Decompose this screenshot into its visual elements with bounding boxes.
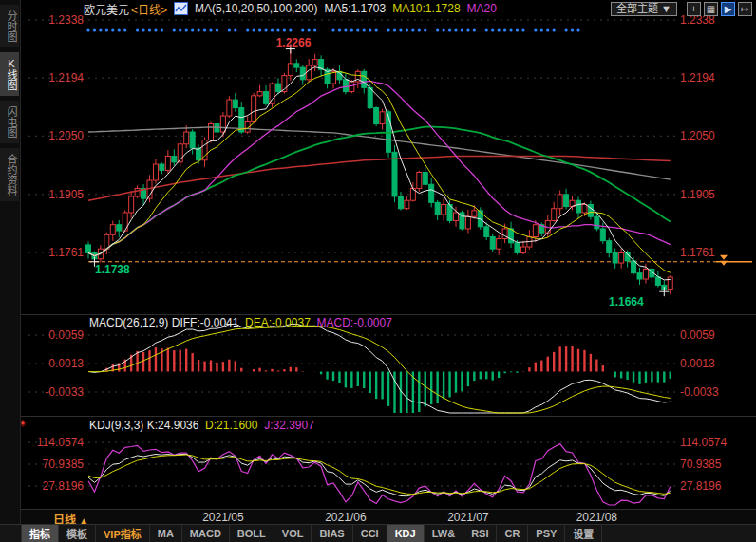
price-axis-label: 1.2194: [680, 71, 715, 84]
toolbar-tab-CR[interactable]: CR: [497, 525, 528, 542]
toolbar-tab-设置[interactable]: 设置: [565, 525, 602, 542]
date-label: 2021/05: [195, 511, 252, 524]
date-label: 2021/08: [568, 511, 625, 524]
toolbar-tab-VIP指标[interactable]: VIP指标: [96, 525, 150, 542]
chevron-down-icon: ▼: [661, 3, 671, 14]
toolbar-tab-指标[interactable]: 指标: [21, 525, 59, 542]
indicator-toolbar: 指标模板VIP指标MAMACDBOLLVOLBIASCCIKDJLW&RSICR…: [0, 524, 756, 542]
toolbar-tab-LW&[interactable]: LW&: [425, 525, 463, 542]
date-label: 2021/06: [317, 511, 374, 524]
price-axis-label: 1.1905: [680, 188, 715, 201]
kdj-panel-header: KDJ(9,3,3) K:24.9036 D:21.1600 J:32.3907: [89, 419, 314, 432]
toolbar-tab-CCI[interactable]: CCI: [353, 525, 387, 542]
toolbar-tab-KDJ[interactable]: KDJ: [387, 525, 425, 542]
theme-dropdown-label: 全部主题: [616, 3, 658, 14]
macd-dea-value: DEA:-0.0037: [245, 316, 311, 329]
axis-scale-icon[interactable]: ▦: [704, 2, 718, 16]
macd-axis-label: 0.0013: [680, 357, 715, 370]
macd-macd-value: MACD:-0.0007: [316, 316, 391, 329]
kdj-title: KDJ(9,3,3): [89, 419, 143, 432]
kdj-axis-label: 114.0574: [23, 436, 84, 449]
toolbar-tab-PSY[interactable]: PSY: [528, 525, 565, 542]
support-price-annotation: 1.1738: [95, 263, 130, 276]
toolbar-tab-RSI[interactable]: RSI: [463, 525, 497, 542]
macd-axis-label: 0.0059: [680, 328, 715, 342]
sidebar: 分时图K线图闪电图合约资料: [0, 0, 21, 542]
price-axis-label: 1.1761: [680, 246, 715, 259]
ma10-value: MA10:1.1728: [392, 2, 460, 15]
date-label: 2021/07: [440, 511, 497, 524]
toolbar-tab-BOLL[interactable]: BOLL: [230, 525, 274, 542]
playback-icon[interactable]: ▶: [721, 2, 735, 16]
kdj-axis-label: 70.9385: [23, 458, 84, 471]
kdj-axis-label: 27.8196: [23, 479, 84, 493]
macd-axis-label: 0.0013: [23, 357, 84, 370]
price-axis-label: 1.1761: [23, 246, 84, 259]
ma20-value: MA20: [467, 2, 497, 15]
price-axis-label: 1.2194: [23, 71, 84, 84]
pan-icon[interactable]: +: [687, 2, 701, 16]
kdj-d-value: D:21.1600: [205, 419, 257, 432]
kdj-axis-label: 114.0574: [680, 436, 727, 449]
toolbar-tab-MA[interactable]: MA: [150, 525, 182, 542]
sidebar-item-合约资料[interactable]: 合约资料: [0, 148, 19, 201]
price-axis-label: 1.2050: [680, 129, 715, 142]
toolbar-tab-BIAS[interactable]: BIAS: [312, 525, 352, 542]
sidebar-item-K线图[interactable]: K线图: [0, 52, 19, 96]
kline-chart-icon: [174, 2, 188, 15]
theme-dropdown-button[interactable]: 全部主题 ▼: [611, 2, 677, 16]
macd-title: MACD(26,12,9): [89, 316, 168, 329]
header-icon-group: +▦▶↦: [684, 2, 752, 16]
sidebar-item-分时图[interactable]: 分时图: [0, 5, 19, 47]
ma5-value: MA5:1.1703: [324, 2, 386, 15]
toolbar-tab-模板[interactable]: 模板: [59, 525, 96, 542]
collapse-right-icon[interactable]: ↦: [738, 2, 752, 16]
period-title: <日线>: [131, 1, 167, 17]
kdj-j-value: J:32.3907: [264, 419, 314, 432]
low-price-annotation: 1.1664: [609, 295, 644, 308]
sidebar-item-闪电图[interactable]: 闪电图: [0, 101, 19, 143]
ma-settings-label: MA(5,10,20,50,100,200): [195, 2, 317, 15]
symbol-title: 欧元美元: [84, 1, 129, 17]
macd-axis-label: -0.0033: [680, 385, 719, 399]
price-axis-label: 1.1905: [23, 188, 84, 201]
macd-diff-value: DIFF:-0.0041: [172, 316, 239, 329]
date-axis-row: 日线 ▲ 2021/052021/062021/072021/08: [21, 509, 756, 525]
chart-header: 欧元美元 <日线> MA(5,10,20,50,100,200) MA5:1.1…: [21, 0, 756, 17]
macd-panel-header: MACD(26,12,9) DIFF:-0.0041 DEA:-0.0037 M…: [89, 316, 392, 329]
kdj-k-value: K:24.9036: [147, 419, 199, 432]
toolbar-tab-VOL[interactable]: VOL: [274, 525, 312, 542]
kdj-axis-label: 70.9385: [680, 458, 721, 471]
price-axis-label: 1.2050: [23, 129, 84, 142]
high-price-annotation: 1.2266: [267, 36, 320, 49]
macd-axis-label: 0.0059: [23, 328, 84, 342]
macd-axis-label: -0.0033: [23, 385, 84, 399]
toolbar-tab-MACD[interactable]: MACD: [182, 525, 230, 542]
trading-app-window: 分时图K线图闪电图合约资料 欧元美元 <日线> MA(5,10,20,50,10…: [0, 0, 756, 542]
kdj-axis-label: 27.8196: [680, 479, 721, 493]
